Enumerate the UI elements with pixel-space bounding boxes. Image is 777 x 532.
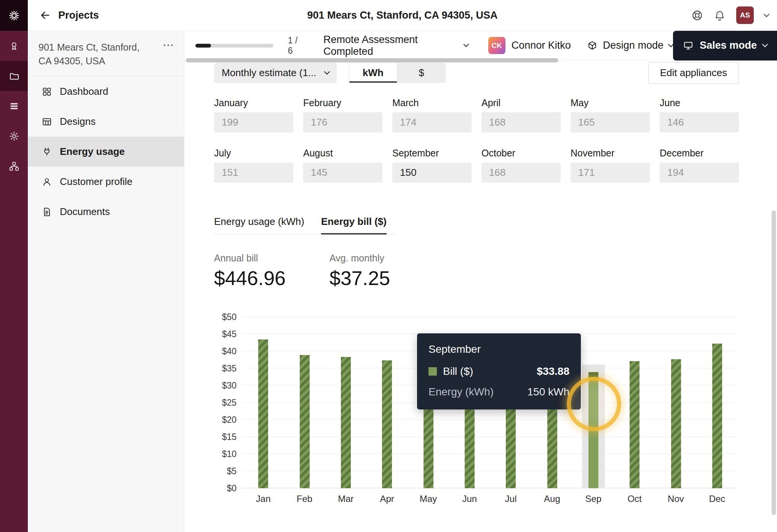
gridline — [243, 436, 738, 437]
month-input-may[interactable]: 165 — [571, 112, 650, 132]
month-input-december[interactable]: 194 — [660, 162, 739, 183]
sidebar-item-energy-usage[interactable]: Energy usage — [28, 137, 184, 167]
month-input-january[interactable]: 199 — [214, 112, 293, 132]
plug-icon — [42, 147, 52, 157]
sidebar-nav: DashboardDesignsEnergy usageCustomer pro… — [28, 76, 184, 227]
month-cell: March174 — [392, 97, 472, 132]
top-bar: Projects 901 Mears Ct, Stanford, CA 9430… — [28, 0, 777, 31]
bar-apr[interactable] — [382, 360, 392, 488]
status-dropdown[interactable]: Remote Assessment Completed — [323, 34, 468, 57]
tab-energy-usage-kwh[interactable]: Energy usage (kWh) — [214, 216, 304, 234]
edit-appliances-button[interactable]: Edit appliances — [648, 62, 739, 84]
month-input-august[interactable]: 145 — [303, 162, 382, 183]
y-axis-label: $45 — [208, 329, 237, 339]
unit-toggle-dollar[interactable]: $ — [397, 63, 446, 83]
month-label: December — [660, 148, 739, 159]
gear-icon[interactable] — [0, 121, 28, 151]
unit-toggle-kwh[interactable]: kWh — [349, 63, 397, 83]
x-axis-label: May — [408, 494, 449, 504]
month-cell: April168 — [481, 97, 561, 132]
bar-sep[interactable] — [588, 372, 598, 488]
tab-energy-bill[interactable]: Energy bill ($) — [321, 216, 387, 234]
y-axis-label: $0 — [208, 483, 237, 494]
projects-label[interactable]: Projects — [58, 10, 99, 21]
bar-dec[interactable] — [712, 344, 722, 488]
progress-step: 1 / 6 — [288, 35, 304, 56]
sales-mode-button[interactable]: Sales mode — [673, 31, 777, 61]
month-label: August — [303, 148, 382, 159]
sidebar-item-label: Energy usage — [60, 146, 125, 158]
x-axis-label: Nov — [655, 494, 696, 504]
x-axis-label: Oct — [614, 494, 655, 504]
month-input-april[interactable]: 168 — [481, 112, 561, 132]
month-input-november[interactable]: 171 — [571, 162, 650, 183]
chevron-down-icon[interactable] — [764, 11, 770, 17]
bar-jan[interactable] — [258, 339, 268, 488]
status-label: Remote Assessment Completed — [323, 34, 458, 57]
estimate-type-dropdown[interactable]: Monthly estimate (1... — [214, 63, 337, 83]
sidebar-item-designs[interactable]: Designs — [28, 107, 184, 137]
table-icon — [42, 116, 52, 127]
chevron-down-icon — [464, 41, 469, 47]
gridline — [243, 419, 738, 420]
month-label: September — [392, 148, 472, 159]
vertical-scrollbar[interactable] — [772, 210, 776, 515]
sitemap-icon[interactable] — [0, 151, 28, 181]
back-icon[interactable] — [39, 10, 51, 21]
y-axis-label: $50 — [208, 312, 237, 322]
bell-icon[interactable] — [714, 10, 726, 21]
x-axis-label: Mar — [325, 494, 366, 504]
gridline — [243, 454, 738, 454]
design-mode-label: Design mode — [603, 40, 663, 51]
document-icon — [42, 207, 52, 217]
bar-oct[interactable] — [630, 361, 640, 488]
sidebar-item-label: Dashboard — [60, 86, 108, 97]
y-axis-label: $20 — [208, 415, 237, 425]
folder-icon[interactable] — [0, 61, 28, 91]
sidebar-item-label: Documents — [60, 206, 110, 218]
x-axis-label: Dec — [697, 494, 738, 504]
month-cell: February176 — [303, 97, 382, 132]
month-input-june[interactable]: 146 — [660, 112, 739, 132]
bar-feb[interactable] — [300, 355, 310, 488]
sidebar-item-label: Designs — [60, 116, 96, 127]
month-cell: August145 — [303, 148, 382, 183]
sidebar-item-label: Customer profile — [60, 176, 133, 188]
month-input-february[interactable]: 176 — [303, 112, 382, 132]
assignee-avatar[interactable]: CK — [488, 37, 505, 54]
bar-nov[interactable] — [671, 359, 681, 488]
page-title: 901 Mears Ct, Stanford, CA 94305, USA — [28, 10, 777, 21]
bill-legend-swatch — [428, 367, 437, 376]
x-axis-label: Jan — [243, 494, 284, 504]
month-input-july[interactable]: 151 — [214, 162, 293, 183]
badge-icon[interactable] — [0, 31, 28, 61]
horizontal-scrollbar[interactable] — [186, 58, 558, 62]
person-icon — [42, 177, 52, 187]
more-options-button[interactable]: ⋯ — [163, 40, 174, 68]
month-label: January — [214, 97, 293, 108]
month-cell: January199 — [214, 97, 293, 132]
assignee-name: Connor Kitko — [512, 40, 571, 51]
y-axis-label: $5 — [208, 466, 237, 476]
bar-mar[interactable] — [341, 357, 351, 488]
x-axis-label: Apr — [366, 494, 408, 504]
logo-icon[interactable] — [0, 0, 28, 31]
month-input-october[interactable]: 168 — [481, 162, 561, 183]
sidebar-item-dashboard[interactable]: Dashboard — [28, 76, 184, 107]
month-input-march[interactable]: 174 — [392, 112, 472, 132]
y-axis-label: $40 — [208, 346, 237, 357]
month-label: March — [392, 97, 472, 108]
help-icon[interactable] — [691, 10, 703, 21]
list-icon[interactable] — [0, 91, 28, 121]
month-input-september[interactable]: 150 — [392, 162, 472, 183]
monitor-icon — [683, 40, 694, 51]
chart-x-axis: JanFebMarAprMayJunJulAugSepOctNovDec — [243, 494, 738, 504]
sidebar-item-customer-profile[interactable]: Customer profile — [28, 167, 184, 197]
progress-fill — [195, 44, 211, 48]
x-axis-label: Jul — [490, 494, 531, 504]
sales-mode-label: Sales mode — [700, 40, 757, 51]
sidebar-item-documents[interactable]: Documents — [28, 197, 184, 227]
month-label: February — [303, 97, 382, 108]
design-mode-selector[interactable]: Design mode — [587, 40, 673, 51]
user-avatar[interactable]: AS — [736, 6, 754, 24]
